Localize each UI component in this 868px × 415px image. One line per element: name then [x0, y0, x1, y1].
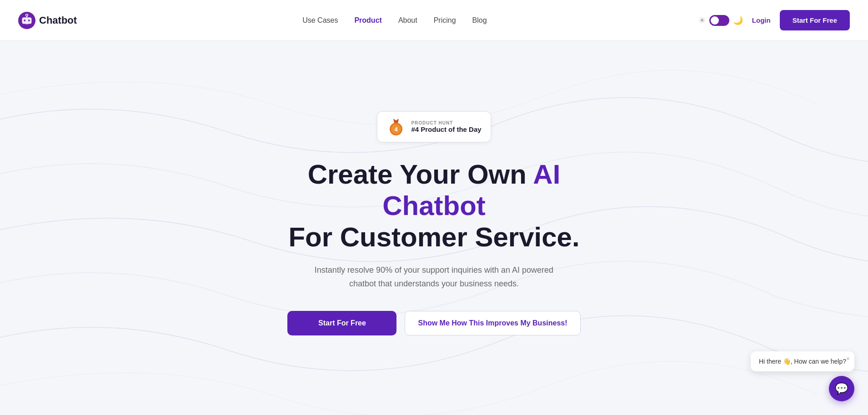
- svg-text:4: 4: [395, 126, 398, 133]
- product-hunt-medal-icon: 4: [386, 117, 406, 136]
- sun-icon: ☀: [698, 15, 706, 25]
- hero-heading-part1: Create Your Own: [308, 159, 533, 190]
- hero-heading-part2: For Customer Service.: [288, 222, 579, 252]
- nav-blog[interactable]: Blog: [472, 16, 487, 25]
- nav-use-cases[interactable]: Use Cases: [302, 16, 338, 25]
- cta-show-me-button[interactable]: Show Me How This Improves My Business!: [405, 311, 580, 335]
- dark-mode-toggle[interactable]: [709, 15, 729, 26]
- hero-content: 4 PRODUCT HUNT #4 Product of the Day Cre…: [275, 111, 593, 335]
- svg-rect-1: [22, 17, 32, 24]
- product-hunt-rank: #4 Product of the Day: [411, 125, 481, 133]
- hero-section: 4 PRODUCT HUNT #4 Product of the Day Cre…: [0, 41, 868, 415]
- logo[interactable]: Chatbot: [18, 12, 91, 29]
- moon-icon: 🌙: [733, 15, 743, 25]
- svg-point-3: [28, 20, 30, 21]
- chat-bubble-icon: 💬: [835, 382, 848, 395]
- theme-toggle-area: ☀ 🌙: [698, 15, 743, 26]
- chat-bubble: Hi there 👋, How can we help? ×: [751, 351, 854, 371]
- chat-bubble-text: Hi there 👋, How can we help?: [759, 358, 846, 365]
- toggle-knob: [711, 16, 719, 25]
- header-right: ☀ 🌙 Login Start For Free: [698, 10, 850, 30]
- svg-point-4: [26, 14, 28, 16]
- chat-open-button[interactable]: 💬: [829, 376, 854, 401]
- product-hunt-label: PRODUCT HUNT: [411, 120, 453, 125]
- logo-text: Chatbot: [39, 15, 77, 26]
- svg-point-2: [24, 20, 25, 21]
- header: Chatbot Use Cases Product About Pricing …: [0, 0, 868, 41]
- login-button[interactable]: Login: [752, 16, 771, 24]
- product-hunt-text: PRODUCT HUNT #4 Product of the Day: [411, 120, 481, 133]
- cta-start-free-button[interactable]: Start For Free: [287, 311, 396, 335]
- header-start-free-button[interactable]: Start For Free: [780, 10, 850, 30]
- main-nav: Use Cases Product About Pricing Blog: [91, 16, 698, 25]
- hero-subtext: Instantly resolve 90% of your support in…: [307, 264, 562, 290]
- nav-about[interactable]: About: [398, 16, 417, 25]
- chatbot-logo-icon: [18, 12, 35, 29]
- chat-widget: Hi there 👋, How can we help? × 💬: [751, 351, 854, 401]
- nav-product[interactable]: Product: [354, 16, 381, 25]
- chat-close-button[interactable]: ×: [846, 355, 850, 362]
- nav-pricing[interactable]: Pricing: [434, 16, 456, 25]
- hero-heading: Create Your Own AI ChatbotFor Customer S…: [275, 159, 593, 253]
- product-hunt-badge: 4 PRODUCT HUNT #4 Product of the Day: [377, 111, 491, 142]
- cta-buttons: Start For Free Show Me How This Improves…: [287, 311, 580, 335]
